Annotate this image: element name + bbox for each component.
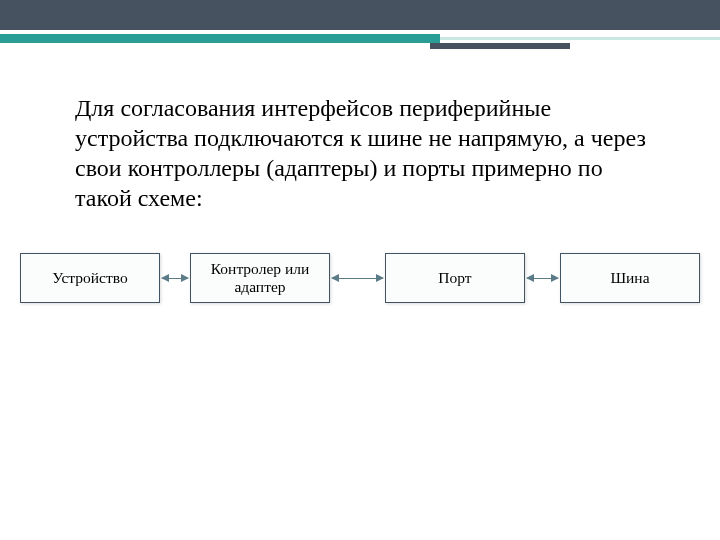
slide: Для согласования интерфейсов периферийны… — [0, 0, 720, 540]
accent-gray — [430, 43, 570, 49]
node-controller-label: Контролер или адаптер — [197, 260, 323, 296]
node-port: Порт — [385, 253, 525, 303]
arrow-port-bus — [527, 278, 558, 279]
slide-paragraph: Для согласования интерфейсов периферийны… — [0, 48, 720, 213]
node-controller: Контролер или адаптер — [190, 253, 330, 303]
accent-teal-thick — [0, 34, 440, 43]
node-bus-label: Шина — [610, 269, 649, 287]
header-bar — [0, 0, 720, 30]
node-device-label: Устройство — [52, 269, 127, 287]
flow-diagram: Устройство Контролер или адаптер Порт Ши… — [0, 243, 720, 313]
accent-teal-thin — [440, 37, 720, 40]
accent-strip — [0, 30, 720, 48]
arrow-device-controller — [162, 278, 188, 279]
node-device: Устройство — [20, 253, 160, 303]
arrow-controller-port — [332, 278, 383, 279]
node-port-label: Порт — [438, 269, 471, 287]
node-bus: Шина — [560, 253, 700, 303]
